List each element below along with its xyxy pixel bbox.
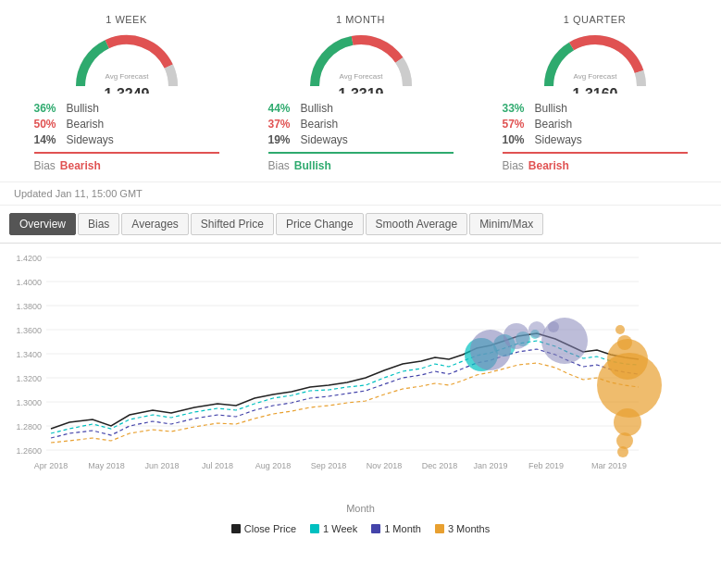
svg-text:1.2800: 1.2800 bbox=[16, 422, 42, 432]
bias-value: Bearish bbox=[528, 159, 569, 172]
svg-point-33 bbox=[615, 325, 625, 334]
stat-row-bearish-2: 57%Bearish bbox=[503, 118, 688, 131]
stat-row-bullish-2: 33%Bullish bbox=[503, 102, 688, 115]
svg-point-32 bbox=[541, 318, 588, 364]
legend-label-1: 1 Week bbox=[323, 523, 357, 534]
svg-text:Avg Forecast: Avg Forecast bbox=[339, 72, 383, 81]
stat-row-bearish-1: 37%Bearish bbox=[268, 118, 454, 131]
stat-row-sideways-2: 10%Sideways bbox=[503, 133, 688, 146]
svg-text:Nov 2018: Nov 2018 bbox=[367, 461, 403, 470]
svg-text:Avg Forecast: Avg Forecast bbox=[105, 72, 149, 81]
svg-point-37 bbox=[614, 408, 641, 436]
stat-row-bullish-0: 36%Bullish bbox=[34, 102, 219, 115]
svg-point-39 bbox=[617, 446, 628, 457]
stats-2: 33%Bullish57%Bearish10%SidewaysBiasBeari… bbox=[493, 99, 697, 172]
stat-row-bearish-0: 50%Bearish bbox=[34, 118, 219, 131]
bias-label: Bias bbox=[503, 159, 524, 172]
legend-label-0: Close Price bbox=[244, 523, 296, 534]
tab-overview[interactable]: Overview bbox=[9, 213, 76, 235]
tab-smooth-average[interactable]: Smooth Average bbox=[366, 213, 468, 235]
svg-point-38 bbox=[616, 432, 633, 449]
legend-area: Close Price1 Week1 Month3 Months bbox=[0, 519, 721, 544]
stat-pct: 44% bbox=[268, 102, 296, 115]
svg-text:1.3160: 1.3160 bbox=[572, 86, 617, 94]
legend-item-1: 1 Week bbox=[310, 523, 357, 534]
stat-label: Bullish bbox=[301, 102, 333, 115]
svg-text:Feb 2019: Feb 2019 bbox=[528, 461, 564, 470]
stat-pct: 19% bbox=[268, 133, 296, 146]
svg-text:Jun 2018: Jun 2018 bbox=[144, 461, 179, 470]
month-text: Month bbox=[346, 503, 375, 514]
bias-label: Bias bbox=[34, 159, 56, 172]
tab-averages[interactable]: Averages bbox=[121, 213, 188, 235]
svg-point-29 bbox=[503, 323, 529, 349]
stat-row-bullish-1: 44%Bullish bbox=[268, 102, 454, 115]
legend-color-3 bbox=[435, 524, 444, 533]
stat-label: Sideways bbox=[67, 133, 114, 146]
stat-pct: 36% bbox=[34, 102, 62, 115]
stat-pct: 37% bbox=[268, 118, 296, 131]
chart-area: 1.4200 1.4000 1.3800 1.3600 1.3400 1.320… bbox=[0, 244, 721, 503]
stat-row-sideways-1: 19%Sideways bbox=[268, 133, 454, 146]
gauge-visual-2: Avg Forecast 1.3160 bbox=[535, 29, 655, 94]
stat-label: Bearish bbox=[301, 118, 339, 131]
svg-text:1.3319: 1.3319 bbox=[338, 86, 383, 94]
divider-0 bbox=[34, 152, 219, 154]
legend-item-2: 1 Month bbox=[371, 523, 421, 534]
legend-item-3: 3 Months bbox=[435, 523, 490, 534]
svg-text:1.3000: 1.3000 bbox=[16, 398, 42, 407]
gauge-period-0: 1 WEEK bbox=[106, 14, 147, 25]
svg-text:1.4000: 1.4000 bbox=[16, 278, 42, 287]
svg-text:Mar 2019: Mar 2019 bbox=[591, 461, 627, 470]
stat-label: Sideways bbox=[301, 133, 348, 146]
tab-minim/max[interactable]: Minim/Max bbox=[469, 213, 543, 235]
tab-bias[interactable]: Bias bbox=[78, 213, 119, 235]
bias-value: Bearish bbox=[60, 159, 101, 172]
divider-2 bbox=[503, 152, 688, 154]
svg-text:1.3600: 1.3600 bbox=[16, 326, 42, 335]
svg-text:1.3249: 1.3249 bbox=[104, 86, 149, 94]
bias-label: Bias bbox=[268, 159, 290, 172]
divider-1 bbox=[268, 152, 454, 154]
svg-text:Jan 2019: Jan 2019 bbox=[473, 461, 507, 470]
svg-text:1.3800: 1.3800 bbox=[16, 302, 42, 311]
stat-label: Bullish bbox=[67, 102, 99, 115]
tab-shifted-price[interactable]: Shifted Price bbox=[191, 213, 274, 235]
gauge-visual-0: Avg Forecast 1.3249 bbox=[67, 29, 187, 94]
bias-row-1: BiasBullish bbox=[268, 159, 454, 172]
main-chart: 1.4200 1.4000 1.3800 1.3600 1.3400 1.320… bbox=[9, 248, 676, 470]
svg-text:1.3200: 1.3200 bbox=[16, 374, 42, 383]
svg-text:Dec 2018: Dec 2018 bbox=[422, 461, 458, 470]
stat-pct: 10% bbox=[503, 133, 530, 146]
stat-row-sideways-0: 14%Sideways bbox=[34, 133, 219, 146]
svg-text:1.4200: 1.4200 bbox=[16, 254, 42, 263]
tab-price-change[interactable]: Price Change bbox=[276, 213, 364, 235]
svg-text:1.3400: 1.3400 bbox=[16, 350, 42, 359]
gauge-card-0: 1 WEEK Avg Forecast 1.3249 36%Bullish50%… bbox=[25, 14, 229, 172]
legend-item-0: Close Price bbox=[231, 523, 296, 534]
bias-row-0: BiasBearish bbox=[34, 159, 219, 172]
gauge-period-2: 1 QUARTER bbox=[564, 14, 626, 25]
updated-bar: Updated Jan 11, 15:00 GMT bbox=[0, 182, 721, 206]
svg-text:Apr 2018: Apr 2018 bbox=[34, 461, 68, 470]
stat-label: Bullish bbox=[535, 102, 567, 115]
legend-label-3: 3 Months bbox=[448, 523, 490, 534]
stat-label: Bearish bbox=[535, 118, 573, 131]
top-section: 1 WEEK Avg Forecast 1.3249 36%Bullish50%… bbox=[0, 0, 721, 182]
x-month-label: Month bbox=[0, 503, 721, 519]
tabs-section: OverviewBiasAveragesShifted PricePrice C… bbox=[0, 206, 721, 244]
gauge-card-1: 1 MONTH Avg Forecast 1.3319 44%Bullish37… bbox=[259, 14, 463, 172]
svg-text:Sep 2018: Sep 2018 bbox=[311, 461, 347, 470]
stat-label: Sideways bbox=[535, 133, 582, 146]
svg-text:May 2018: May 2018 bbox=[88, 461, 125, 470]
gauge-period-1: 1 MONTH bbox=[336, 14, 385, 25]
svg-text:1.2600: 1.2600 bbox=[16, 446, 42, 456]
legend-color-0 bbox=[231, 524, 241, 533]
legend-label-2: 1 Month bbox=[384, 523, 421, 534]
updated-text: Updated Jan 11, 15:00 GMT bbox=[14, 188, 143, 199]
stats-0: 36%Bullish50%Bearish14%SidewaysBiasBeari… bbox=[25, 99, 229, 172]
svg-text:Aug 2018: Aug 2018 bbox=[255, 461, 292, 470]
svg-point-36 bbox=[597, 353, 662, 418]
svg-text:Jul 2018: Jul 2018 bbox=[202, 461, 233, 470]
stat-pct: 57% bbox=[503, 118, 530, 131]
